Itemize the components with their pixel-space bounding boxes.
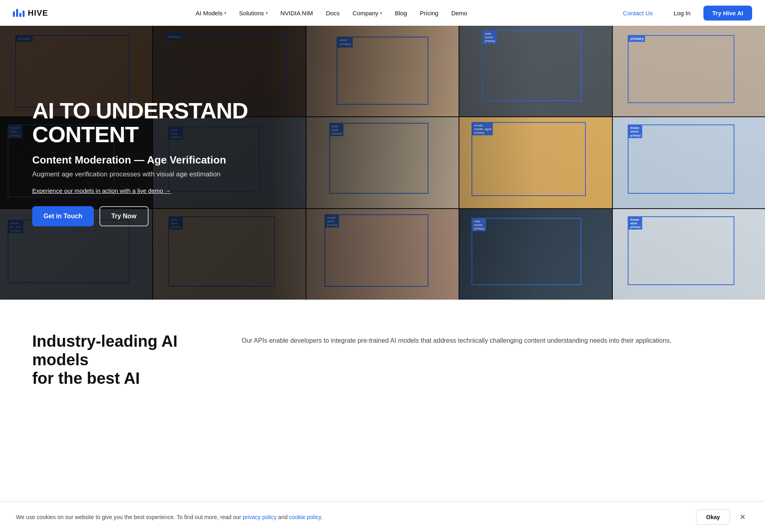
hero-demo-link[interactable]: Experience our models in action with a l… — [32, 187, 171, 194]
nav-actions: Contact Us Log In Try Hive AI — [615, 6, 752, 21]
nav-ai-models[interactable]: AI Models ▾ — [190, 6, 232, 20]
detection-box: male adult primary — [168, 216, 275, 287]
hero-cell-4: male senior primary — [459, 26, 612, 116]
detection-label: primary — [166, 34, 183, 40]
hero-content: AI TO UNDERSTAND CONTENT Content Moderat… — [32, 99, 266, 226]
hero-cell-10: female senior primary — [613, 117, 765, 208]
detection-box: female adult primary — [325, 214, 428, 287]
detection-box: primary — [15, 35, 130, 108]
nav-docs[interactable]: Docs — [320, 6, 345, 20]
detection-label: female senior primary — [629, 125, 642, 138]
chevron-down-icon: ▾ — [224, 11, 226, 15]
hero-cell-14: male senior primary — [459, 209, 612, 300]
industry-section: Industry-leading AI models for the best … — [0, 300, 765, 412]
nav-demo[interactable]: Demo — [446, 6, 473, 20]
hero-buttons: Get in Touch Try Now — [32, 206, 266, 226]
detection-box: primary — [628, 35, 734, 103]
hero-section: primary primary adult primary male senio… — [0, 26, 765, 300]
hero-cell-13: female adult primary — [306, 209, 459, 300]
hero-cell-15: female adult primary — [613, 209, 765, 300]
detection-box: adult primary — [337, 37, 428, 105]
detection-box: female pre_teen primary — [8, 220, 130, 284]
chevron-down-icon: ▾ — [266, 11, 268, 15]
nav-company[interactable]: Company ▾ — [347, 6, 388, 20]
detection-box: female middle_aged primary — [471, 122, 586, 197]
detection-label: male senior primary — [483, 31, 497, 43]
detection-box: male senior primary — [482, 30, 581, 101]
industry-section-right: Our APIs enable developers to integrate … — [242, 332, 733, 346]
detection-box: primary — [165, 33, 287, 108]
industry-title-line1: Industry-leading AI models — [32, 332, 209, 369]
try-hive-button[interactable]: Try Hive AI — [703, 6, 752, 21]
industry-title-line2: for the best AI — [32, 369, 209, 387]
chevron-down-icon: ▾ — [380, 11, 382, 15]
hero-cell-8: male adult primary — [306, 117, 459, 208]
detection-label: female adult primary — [325, 215, 339, 228]
detection-box: male adult primary — [329, 123, 428, 194]
contact-us-button[interactable]: Contact Us — [615, 6, 661, 21]
detection-label: female adult primary — [8, 125, 22, 138]
detection-box: female adult primary — [628, 216, 734, 285]
industry-description: Our APIs enable developers to integrate … — [242, 335, 733, 346]
hero-subtitle: Content Moderation — Age Verification — [32, 154, 266, 166]
industry-section-left: Industry-leading AI models for the best … — [32, 332, 209, 387]
nav-links: AI Models ▾ Solutions ▾ NVIDIA NIM Docs … — [190, 6, 473, 20]
navbar: HIVE AI Models ▾ Solutions ▾ NVIDIA NIM … — [0, 0, 765, 26]
get-in-touch-button[interactable]: Get in Touch — [32, 206, 94, 226]
detection-label: female middle_aged primary — [472, 123, 493, 135]
detection-label: male adult primary — [330, 124, 344, 136]
hero-cell-5: primary — [613, 26, 765, 116]
logo-icon — [13, 9, 25, 17]
logo-text: HIVE — [28, 8, 48, 18]
logo[interactable]: HIVE — [13, 8, 48, 18]
hero-title: AI TO UNDERSTAND CONTENT — [32, 99, 266, 147]
login-button[interactable]: Log In — [666, 6, 699, 21]
detection-label: primary — [16, 36, 33, 42]
detection-label: primary — [629, 36, 645, 42]
detection-label: adult primary — [337, 37, 352, 48]
nav-pricing[interactable]: Pricing — [414, 6, 444, 20]
hero-cell-3: adult primary — [306, 26, 459, 116]
nav-solutions[interactable]: Solutions ▾ — [234, 6, 273, 20]
detection-box: male senior primary — [471, 218, 581, 285]
try-now-button[interactable]: Try Now — [99, 206, 149, 226]
hero-cell-9: female middle_aged primary — [459, 117, 612, 208]
hero-description: Augment age verification processes with … — [32, 170, 266, 178]
nav-blog[interactable]: Blog — [389, 6, 413, 20]
detection-label: female pre_teen primary — [8, 221, 23, 233]
detection-label: female adult primary — [629, 217, 642, 230]
nav-nvidia-nim[interactable]: NVIDIA NIM — [275, 6, 319, 20]
detection-box: female senior primary — [628, 124, 734, 193]
detection-label: male senior primary — [472, 219, 486, 231]
